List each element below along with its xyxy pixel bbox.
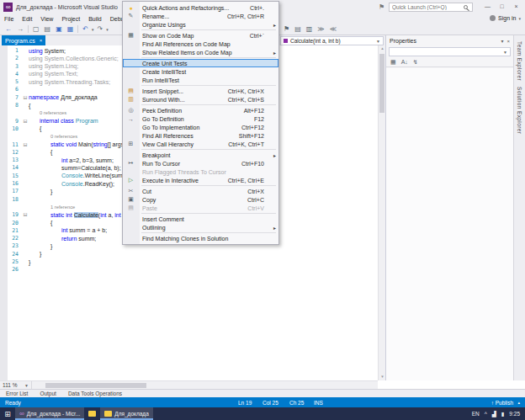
quick-launch-input[interactable] [390, 4, 464, 10]
context-menu-item-cut[interactable]: ✂CutCtrl+X [123, 187, 278, 195]
context-menu-item-quick-actions-and-refactorings[interactable]: ●Quick Actions and Refactorings...Ctrl+. [123, 3, 278, 12]
context-menu-item-show-related-items-on-code-map[interactable]: Show Related Items on Code Map▸ [123, 48, 278, 56]
code-line[interactable]: 24} [8, 251, 131, 258]
scrollbar-thumb[interactable] [379, 54, 384, 113]
categorized-icon[interactable]: ▦ [390, 59, 396, 66]
code-line[interactable]: 23} [8, 242, 131, 250]
language-indicator[interactable]: EN [472, 411, 480, 417]
uncomment-icon[interactable]: ▥ [304, 25, 316, 33]
navigate-forward-icon[interactable]: → [14, 25, 26, 33]
save-icon[interactable]: ▣ [53, 25, 65, 33]
menu-item-view[interactable]: View [36, 14, 57, 24]
maximize-button[interactable]: □ [495, 0, 509, 13]
sign-in-control[interactable]: Sign in ▾ [490, 15, 521, 21]
context-menu-item-find-matching-clones-in-solution[interactable]: Find Matching Clones in Solution [123, 234, 278, 242]
code-line[interactable]: 10{ [8, 125, 131, 133]
close-icon[interactable]: × [506, 39, 510, 44]
indent-icon[interactable]: ≫ [315, 25, 326, 33]
context-menu-item-organize-usings[interactable]: Organize Usings▸ [123, 20, 278, 29]
context-menu-item-run-intellitest[interactable]: Run IntelliTest [123, 76, 278, 84]
close-button[interactable]: × [509, 0, 523, 13]
context-menu-item-peek-definition[interactable]: ◎Peek DefinitionAlt+F12 [123, 106, 278, 114]
code-line[interactable]: 17} [8, 188, 131, 195]
context-menu-item-go-to-definition[interactable]: →Go To DefinitionF12 [123, 114, 278, 123]
chevron-up-icon[interactable]: ▴ [517, 400, 520, 405]
code-line[interactable]: 18 [8, 196, 131, 204]
horizontal-scrollbar-thumb[interactable] [45, 383, 146, 388]
redo-dropdown-icon[interactable]: ▾ [105, 27, 109, 32]
zoom-dropdown[interactable]: 111 % ▼ [0, 381, 32, 390]
menu-item-project[interactable]: Project [57, 14, 84, 24]
menu-item-label: Insert Snippet... [139, 88, 228, 94]
context-menu-item-rename[interactable]: ✎Rename...Ctrl+R, Ctrl+R [123, 12, 278, 20]
save-all-icon[interactable]: ▦ [65, 25, 77, 33]
fold-marker-icon[interactable]: ⊟ [22, 141, 29, 149]
editor-vertical-scrollbar[interactable]: ▲ ▼ [378, 45, 385, 380]
context-menu-item-insert-comment[interactable]: Insert Comment [123, 215, 278, 223]
navbar-member-dropdown[interactable]: Calculate(int a, int b) ▼ [280, 36, 384, 45]
context-menu-item-find-all-references[interactable]: Find All ReferencesShift+F12 [123, 131, 278, 140]
context-menu-item-surround-with[interactable]: ▥Surround With...Ctrl+K, Ctrl+S [123, 95, 278, 104]
undo-icon[interactable]: ↶ [80, 25, 91, 33]
notifications-flag-icon[interactable]: ⚑ [379, 3, 384, 11]
context-menu-item-run-to-cursor[interactable]: ↦Run To CursorCtrl+F10 [123, 159, 278, 167]
publish-button[interactable]: ↑ Publish [491, 400, 513, 406]
context-menu-item-show-on-code-map[interactable]: ▦Show on Code MapCtrl+` [123, 31, 278, 40]
code-line[interactable]: 7⊟namespace Для_доклада [8, 94, 131, 102]
open-file-icon[interactable]: ▤ [42, 25, 54, 33]
context-menu-item-go-to-implementation[interactable]: Go To ImplementationCtrl+F12 [123, 123, 278, 131]
side-tab-solution-explorer[interactable]: Solution Explorer [517, 87, 522, 134]
breakpoint-margin[interactable] [0, 45, 8, 380]
context-menu-item-view-call-hierarchy[interactable]: ⊞View Call HierarchyCtrl+K, Ctrl+T [123, 140, 278, 148]
side-tab-team-explorer[interactable]: Team Explorer [517, 41, 522, 81]
taskbar-button-file-explorer[interactable] [84, 407, 100, 420]
fold-marker-icon[interactable]: ⊟ [22, 118, 29, 125]
bottom-tab-data-tools-operations[interactable]: Data Tools Operations [62, 391, 128, 396]
context-menu-item-create-intellitest[interactable]: Create IntelliTest [123, 67, 278, 76]
code-line[interactable]: 9⊟internal class Program [8, 118, 131, 125]
menu-item-build[interactable]: Build [84, 14, 106, 24]
redo-icon[interactable]: ↷ [94, 25, 105, 33]
code-line[interactable]: 25} [8, 258, 131, 266]
context-menu-item-find-all-references-on-code-map[interactable]: Find All References on Code Map [123, 40, 278, 48]
code-line[interactable]: 5using System.Threading.Tasks; [8, 78, 131, 86]
battery-icon[interactable]: ▮ [501, 411, 505, 417]
outdent-icon[interactable]: ≪ [327, 25, 339, 33]
code-line[interactable]: 19⊟static int Calculate(int a, int b) [8, 211, 131, 219]
tab-program-cs[interactable]: Program.cs × [2, 35, 45, 45]
properties-panel-header[interactable]: Properties ▾× [386, 35, 513, 46]
code-line[interactable]: 26 [8, 266, 131, 274]
network-icon[interactable]: ▟ [492, 411, 496, 417]
context-menu-item-breakpoint[interactable]: Breakpoint▸ [123, 151, 278, 159]
navigate-back-icon[interactable]: ← [3, 25, 14, 33]
code-line[interactable]: 22return summ; [8, 235, 131, 242]
context-menu-item-create-unit-tests[interactable]: Create Unit Tests [123, 59, 278, 67]
comment-icon[interactable]: ▤ [292, 25, 304, 33]
window-position-icon[interactable]: ▾ [501, 39, 503, 44]
chevron-up-icon[interactable]: ^ [485, 411, 487, 417]
menu-item-file[interactable]: File [0, 14, 18, 24]
clock[interactable]: 9:25 [509, 411, 520, 417]
minimize-button[interactable]: — [480, 0, 495, 13]
code-line[interactable]: 16Console.ReadKey(); [8, 180, 131, 188]
taskbar-button-folder-window[interactable]: Для_доклада [100, 407, 152, 420]
events-icon[interactable]: ↯ [413, 59, 418, 66]
new-file-icon[interactable]: ▢ [30, 25, 42, 33]
context-menu-item-execute-in-interactive[interactable]: ▷Execute in InteractiveCtrl+E, Ctrl+E [123, 176, 278, 184]
start-button[interactable]: ⊞ [0, 410, 15, 418]
code-line[interactable]: 8{ [8, 102, 131, 109]
taskbar-button-visual-studio[interactable]: ∞Для_доклада - Micr... [15, 407, 84, 420]
alphabetical-icon[interactable]: A↓ [401, 59, 408, 65]
fold-marker-icon[interactable]: ⊟ [22, 211, 29, 219]
bottom-tab-error-list[interactable]: Error List [0, 391, 34, 396]
toggle-bookmark-icon[interactable]: ⚑ [281, 25, 292, 33]
context-menu-item-insert-snippet[interactable]: ▤Insert Snippet...Ctrl+K, Ctrl+X [123, 87, 278, 95]
context-menu-item-copy[interactable]: ▣CopyCtrl+C [123, 195, 278, 204]
tab-close-icon[interactable]: × [40, 38, 43, 43]
context-menu-item-outlining[interactable]: Outlining▸ [123, 223, 278, 231]
fold-marker-icon[interactable]: ⊟ [22, 94, 29, 102]
menu-item-edit[interactable]: Edit [18, 14, 36, 24]
bottom-tab-output[interactable]: Output [34, 391, 62, 396]
properties-object-dropdown[interactable]: ▼ [389, 47, 511, 56]
code-line[interactable]: 11⊟static void Main(string[] args) [8, 141, 131, 149]
